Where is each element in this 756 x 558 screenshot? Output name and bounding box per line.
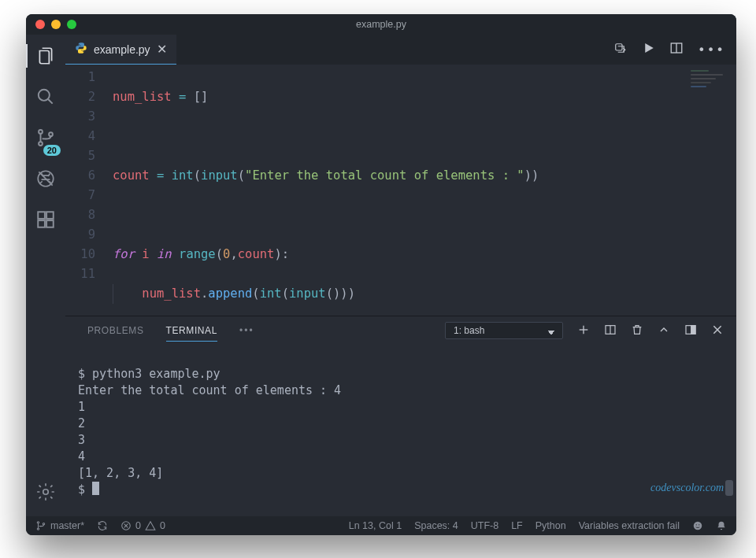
titlebar: example.py (26, 14, 736, 35)
svg-point-3 (39, 142, 43, 146)
close-tab-icon[interactable]: ✕ (157, 42, 167, 57)
scm-badge: 20 (43, 145, 61, 156)
run-icon[interactable] (641, 41, 655, 58)
tab-problems[interactable]: PROBLEMS (87, 320, 144, 341)
editor-group: example.py ✕ ••• 1 2 3 4 (65, 35, 736, 516)
tab-filename: example.py (94, 43, 150, 56)
window-controls (35, 20, 76, 29)
svg-point-25 (43, 523, 44, 525)
panel: PROBLEMS TERMINAL ••• 1: bash (65, 316, 736, 516)
sync-status[interactable] (97, 520, 108, 531)
maximize-window-button[interactable] (67, 20, 76, 29)
python-file-icon (75, 42, 87, 57)
minimap[interactable] (687, 68, 733, 123)
svg-rect-9 (38, 220, 45, 227)
new-terminal-icon[interactable] (577, 323, 590, 338)
split-editor-icon[interactable] (669, 41, 684, 58)
minimize-window-button[interactable] (51, 20, 61, 29)
window-title: example.py (356, 19, 406, 30)
svg-rect-8 (46, 212, 54, 219)
panel-scrollbar[interactable] (725, 480, 733, 496)
panel-more-icon[interactable]: ••• (239, 325, 254, 336)
svg-rect-7 (38, 212, 45, 219)
explorer-icon[interactable] (35, 46, 56, 69)
watermark: codevscolor.com (650, 482, 724, 494)
svg-point-4 (49, 132, 53, 136)
activity-bar: 20 (26, 35, 65, 516)
vscode-window: example.py 20 (26, 14, 736, 535)
code-content[interactable]: num_list = [] count = int(input("Enter t… (113, 68, 736, 316)
panel-tabs: PROBLEMS TERMINAL ••• 1: bash (65, 316, 736, 345)
tab-bar: example.py ✕ ••• (65, 35, 736, 65)
more-actions-icon[interactable]: ••• (698, 42, 725, 57)
svg-point-24 (37, 528, 39, 530)
svg-point-0 (39, 90, 50, 101)
line-number-gutter: 1 2 3 4 5 6 7 8 9 10 11 (65, 68, 113, 316)
compare-changes-icon[interactable] (613, 41, 627, 58)
svg-rect-10 (46, 220, 54, 227)
settings-gear-icon[interactable] (35, 482, 56, 505)
git-branch-status[interactable]: master* (35, 520, 84, 531)
close-window-button[interactable] (35, 20, 45, 29)
svg-point-23 (37, 522, 39, 523)
debug-icon[interactable] (35, 168, 56, 192)
terminal-output[interactable]: $ python3 example.py Enter the total cou… (65, 345, 736, 516)
extensions-icon[interactable] (35, 209, 56, 233)
maximize-panel-icon[interactable] (658, 323, 670, 338)
svg-line-1 (48, 99, 52, 103)
split-terminal-icon[interactable] (604, 323, 617, 338)
svg-point-11 (43, 490, 49, 495)
toggle-panel-icon[interactable] (684, 323, 697, 338)
terminal-cursor (92, 482, 99, 495)
tab-example-py[interactable]: example.py ✕ (65, 35, 176, 65)
svg-rect-20 (691, 325, 695, 334)
close-panel-icon[interactable] (711, 323, 724, 338)
editor[interactable]: 1 2 3 4 5 6 7 8 9 10 11 num_list = [] co… (65, 65, 736, 316)
svg-point-2 (39, 130, 43, 134)
search-icon[interactable] (35, 87, 56, 110)
tab-terminal[interactable]: TERMINAL (166, 320, 217, 342)
editor-actions: ••• (613, 35, 736, 65)
svg-rect-12 (616, 44, 622, 50)
kill-terminal-icon[interactable] (631, 323, 643, 338)
source-control-icon[interactable]: 20 (35, 127, 56, 151)
terminal-selector[interactable]: 1: bash (445, 322, 563, 339)
